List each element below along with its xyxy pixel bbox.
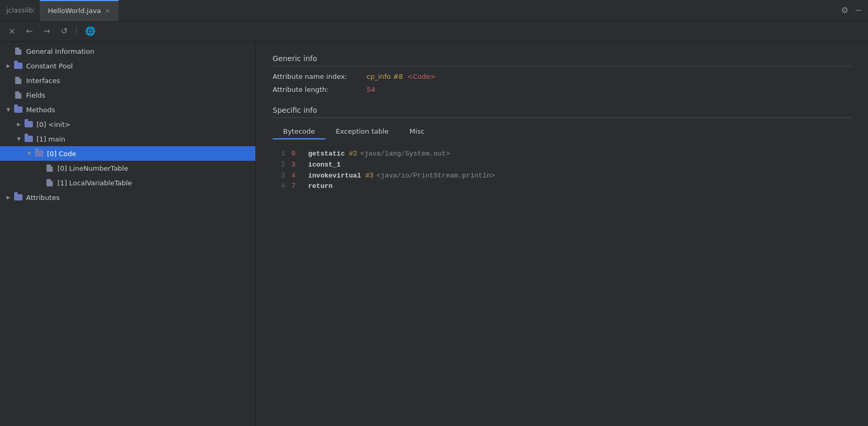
toolbar: × ← → ↺ 🌐 <box>0 21 868 42</box>
tree-arrow-methods-init: ▶ <box>15 120 23 128</box>
bc-ref[interactable]: #3 <box>365 171 373 182</box>
content-panel: Generic info Attribute name index: cp_in… <box>256 42 868 426</box>
tree-arrow-methods-main-code-lvt <box>36 179 44 187</box>
tree-item-methods-main[interactable]: ▼[1] main <box>0 132 255 146</box>
tab-close-icon[interactable]: × <box>105 7 110 14</box>
tree-arrow-general-info <box>4 47 13 55</box>
bc-line-num: 3 <box>273 171 285 182</box>
minimize-icon[interactable]: − <box>855 5 862 15</box>
attr-length-value: 54 <box>367 86 376 93</box>
forward-button[interactable]: → <box>41 24 52 38</box>
bytecode-table: 10getstatic#2<java/lang/System.out>23ico… <box>273 149 851 192</box>
bc-offset: 7 <box>291 181 304 192</box>
attr-name-index-link[interactable]: cp_info #8 <box>367 73 403 80</box>
tree-label-constant-pool: Constant Pool <box>26 62 73 70</box>
tree-icon-methods <box>14 105 23 114</box>
tree-item-methods-main-code[interactable]: ▼[0] Code <box>0 146 255 161</box>
bc-line-num: 1 <box>273 149 285 160</box>
tree-icon-fields <box>14 91 23 99</box>
tree-item-fields[interactable]: Fields <box>0 88 255 102</box>
title-bar-actions: ⚙ − <box>841 5 862 15</box>
tab-bytecode[interactable]: Bytecode <box>273 124 325 139</box>
bc-instruction: invokevirtual <box>308 171 361 182</box>
app-name: jclasslib: <box>6 6 36 14</box>
close-button[interactable]: × <box>6 24 17 38</box>
bc-instruction: iconst_1 <box>308 160 341 171</box>
generic-info-title: Generic info <box>273 54 851 66</box>
tree-icon-attributes <box>14 193 23 202</box>
tree-icon-methods-main-code <box>34 149 44 158</box>
tree-item-general-info[interactable]: General Information <box>0 44 255 58</box>
tree-label-methods-main: [1] main <box>37 135 65 143</box>
file-tab[interactable]: HelloWorld.java × <box>40 0 119 21</box>
bytecode-row: 10getstatic#2<java/lang/System.out> <box>273 149 851 160</box>
tree-label-fields: Fields <box>26 91 45 99</box>
tree-arrow-methods: ▼ <box>4 105 13 114</box>
tree-label-general-info: General Information <box>26 48 95 55</box>
tree-icon-constant-pool <box>14 62 23 70</box>
tree-label-methods-main-code: [0] Code <box>47 150 76 158</box>
specific-info-title: Specific info <box>273 106 851 118</box>
tree-icon-general-info <box>14 47 23 55</box>
tree-icon-methods-init <box>24 120 33 128</box>
tree-icon-interfaces <box>14 76 23 85</box>
tree-item-methods-main-code-lvt[interactable]: [1] LocalVariableTable <box>0 175 255 190</box>
tree-arrow-methods-main: ▼ <box>15 135 23 143</box>
tree-arrow-attributes: ▶ <box>4 193 13 202</box>
title-bar: jclasslib: HelloWorld.java × ⚙ − <box>0 0 868 21</box>
globe-button[interactable]: 🌐 <box>83 24 98 38</box>
tree-icon-methods-main <box>24 135 33 143</box>
bytecode-row: 23iconst_1 <box>273 160 851 171</box>
attr-name-index-row: Attribute name index: cp_info #8 <Code> <box>273 73 851 80</box>
toolbar-divider <box>76 26 77 37</box>
tab-exception-table[interactable]: Exception table <box>325 124 399 139</box>
bc-offset: 3 <box>291 160 304 171</box>
tree-label-methods-main-code-lnt: [0] LineNumberTable <box>57 164 128 172</box>
attr-name-index-label: Attribute name index: <box>273 73 367 80</box>
bytecode-row: 34invokevirtual#3<java/io/PrintStream.pr… <box>273 171 851 182</box>
bc-instruction: getstatic <box>308 149 345 160</box>
bc-offset: 4 <box>291 171 304 182</box>
back-button[interactable]: ← <box>24 24 34 38</box>
bc-offset: 0 <box>291 149 304 160</box>
tree-item-methods-init[interactable]: ▶[0] <init> <box>0 117 255 132</box>
tab-misc[interactable]: Misc <box>399 124 435 139</box>
tree-label-interfaces: Interfaces <box>26 77 60 85</box>
settings-icon[interactable]: ⚙ <box>841 5 848 15</box>
tree-item-constant-pool[interactable]: ▶Constant Pool <box>0 58 255 73</box>
bc-line-num: 2 <box>273 160 285 171</box>
tree-item-methods[interactable]: ▼Methods <box>0 102 255 117</box>
tree-icon-methods-main-code-lvt <box>45 179 54 187</box>
tab-filename: HelloWorld.java <box>48 7 101 15</box>
tree-panel: General Information▶Constant PoolInterfa… <box>0 42 256 426</box>
tree-item-interfaces[interactable]: Interfaces <box>0 73 255 88</box>
bytecode-row: 47return <box>273 181 851 192</box>
tree-arrow-constant-pool: ▶ <box>4 62 13 70</box>
bc-detail: <java/lang/System.out> <box>360 149 450 160</box>
attr-name-index-value: <Code> <box>407 73 436 80</box>
tree-label-methods-main-code-lvt: [1] LocalVariableTable <box>57 179 132 187</box>
attr-length-label: Attribute length: <box>273 86 367 93</box>
bc-line-num: 4 <box>273 181 285 192</box>
bc-detail: <java/io/PrintStream.println> <box>377 171 495 182</box>
tree-icon-methods-main-code-lnt <box>45 164 54 172</box>
bc-ref[interactable]: #2 <box>349 149 357 160</box>
refresh-button[interactable]: ↺ <box>58 24 69 38</box>
main-layout: General Information▶Constant PoolInterfa… <box>0 42 868 426</box>
tree-arrow-fields <box>4 91 13 99</box>
tree-label-methods-init: [0] <init> <box>37 121 71 128</box>
tree-arrow-methods-main-code: ▼ <box>25 149 33 158</box>
tree-arrow-interfaces <box>4 76 13 85</box>
attr-length-row: Attribute length: 54 <box>273 86 851 93</box>
tree-label-methods: Methods <box>26 106 55 114</box>
tree-item-attributes[interactable]: ▶Attributes <box>0 190 255 205</box>
bc-instruction: return <box>308 181 333 192</box>
tabs-bar: BytecodeException tableMisc <box>273 124 851 139</box>
tree-arrow-methods-main-code-lnt <box>36 164 44 172</box>
tree-item-methods-main-code-lnt[interactable]: [0] LineNumberTable <box>0 161 255 175</box>
tree-label-attributes: Attributes <box>26 194 60 202</box>
